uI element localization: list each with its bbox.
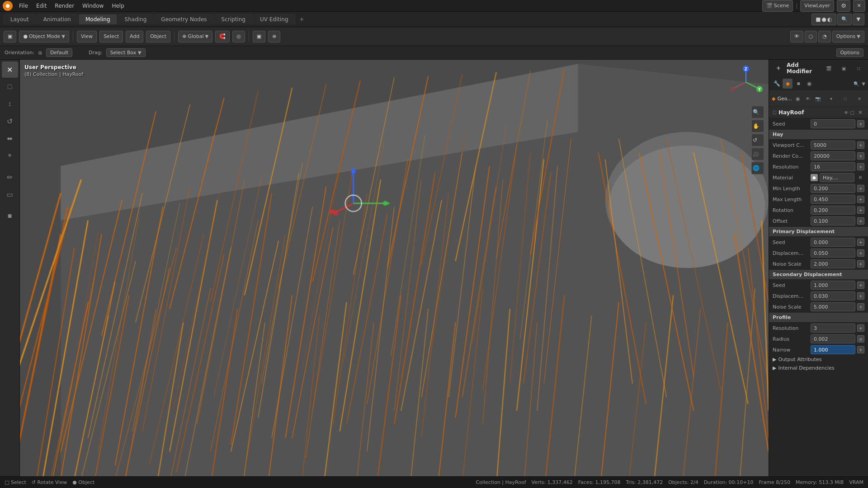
resolution-value[interactable]: 16 bbox=[811, 162, 855, 171]
view-menu-btn[interactable]: View bbox=[77, 31, 97, 42]
shading-material-icon[interactable]: ● bbox=[822, 16, 826, 23]
secondary-seed-add[interactable]: + bbox=[857, 282, 864, 289]
gizmo-btn[interactable]: ⊕ bbox=[268, 31, 280, 42]
cursor-tool[interactable]: ✕ bbox=[2, 61, 18, 78]
max-length-add[interactable]: + bbox=[857, 196, 864, 203]
primary-disp-value[interactable]: 0.050 bbox=[811, 249, 855, 258]
primary-noise-add[interactable]: + bbox=[857, 260, 864, 267]
profile-resolution-value[interactable]: 3 bbox=[811, 324, 855, 333]
modifier-visibility-icon[interactable]: 👁 bbox=[844, 110, 849, 115]
viewport-shading-btns[interactable]: ■ ● ◐ bbox=[811, 14, 836, 25]
scene-props-btn[interactable]: 🎬 bbox=[822, 61, 835, 75]
secondary-noise-add[interactable]: + bbox=[857, 303, 864, 310]
menu-window[interactable]: Window bbox=[79, 2, 107, 10]
secondary-disp-add[interactable]: + bbox=[857, 292, 864, 300]
search-btn[interactable]: 🔍 bbox=[837, 14, 852, 25]
viewport-count-add[interactable]: + bbox=[857, 141, 864, 149]
render-count-add[interactable]: + bbox=[857, 152, 864, 160]
world-view-btn[interactable]: 🌐 bbox=[751, 162, 764, 174]
snap-btn[interactable]: 🧲 bbox=[215, 31, 230, 42]
secondary-noise-value[interactable]: 5.000 bbox=[811, 302, 855, 311]
modifier-expand-btn[interactable]: ▾ bbox=[825, 92, 837, 105]
editor-type-btn[interactable]: ▣ bbox=[4, 31, 16, 42]
overlay-visibility-btn[interactable]: ○ bbox=[805, 31, 817, 42]
filter-icon[interactable]: ▼ bbox=[862, 81, 865, 86]
properties-scroll[interactable]: Seed 0 + Hay Viewport C... 5000 + Render… bbox=[769, 118, 868, 476]
proportional-btn[interactable]: ◎ bbox=[232, 31, 245, 42]
material-name-field[interactable]: Hay.... bbox=[820, 173, 854, 182]
select-tool[interactable]: □ bbox=[2, 79, 18, 95]
pan-btn[interactable]: ✋ bbox=[751, 120, 764, 132]
render-settings-btn[interactable]: ⚙ bbox=[837, 0, 850, 12]
menu-help[interactable]: Help bbox=[108, 2, 127, 10]
menu-file[interactable]: File bbox=[15, 2, 32, 10]
close-btn[interactable]: ✕ bbox=[853, 0, 865, 12]
modifier-checkbox[interactable]: ☐ bbox=[773, 110, 777, 115]
select-menu-btn[interactable]: Select bbox=[99, 31, 123, 42]
profile-resolution-add[interactable]: + bbox=[857, 324, 864, 332]
tab-animation[interactable]: Animation bbox=[37, 14, 78, 24]
resolution-add[interactable]: + bbox=[857, 163, 864, 170]
tab-particles[interactable]: ◆ bbox=[783, 79, 793, 89]
navigation-gizmo[interactable]: Z Y bbox=[728, 64, 764, 100]
internal-dependencies-section[interactable]: ▶ Internal Dependencies bbox=[769, 364, 868, 372]
mod-view-tab3[interactable]: 📷 bbox=[814, 94, 822, 103]
overlay-btn[interactable]: ▣ bbox=[253, 31, 265, 42]
primary-noise-value[interactable]: 2.000 bbox=[811, 259, 855, 268]
offset-value[interactable]: 0.100 bbox=[811, 216, 855, 225]
tab-physics[interactable]: ■ bbox=[793, 79, 803, 89]
search-icon[interactable]: 🔍 bbox=[854, 81, 859, 86]
add-workspace-tab[interactable]: + bbox=[296, 15, 308, 23]
mod-view-tab2[interactable]: 👁 bbox=[804, 94, 812, 103]
output-props-btn[interactable]: □ bbox=[852, 61, 865, 75]
material-clear-btn[interactable]: ✕ bbox=[856, 174, 864, 182]
modifier-close-btn[interactable]: ✕ bbox=[853, 92, 865, 105]
modifier-copy-btn[interactable]: □ bbox=[839, 92, 851, 105]
shading-solid-icon[interactable]: ■ bbox=[816, 16, 821, 23]
modifier-render-icon[interactable]: □ bbox=[850, 110, 854, 115]
add-modifier-header-btn[interactable]: + bbox=[772, 61, 785, 75]
shading-mode-btn[interactable]: ◔ bbox=[818, 31, 831, 42]
shading-render-icon[interactable]: ◐ bbox=[827, 16, 832, 23]
add-menu-btn[interactable]: Add bbox=[126, 31, 143, 42]
transform-tool[interactable]: ⌖ bbox=[2, 147, 18, 164]
zoom-camera-btn[interactable]: 🔍 bbox=[751, 106, 764, 118]
tab-scripting[interactable]: Scripting bbox=[215, 14, 252, 24]
offset-add[interactable]: + bbox=[857, 217, 864, 225]
orbit-btn[interactable]: ↺ bbox=[751, 134, 764, 146]
orientation-dropdown[interactable]: Default bbox=[46, 48, 72, 57]
options-btn[interactable]: Options ▼ bbox=[832, 31, 864, 42]
material-swatch[interactable]: ● bbox=[811, 174, 818, 181]
primary-disp-add[interactable]: + bbox=[857, 249, 864, 257]
tab-uv-editing[interactable]: UV Editing bbox=[253, 14, 295, 24]
tab-geometry-nodes[interactable]: Geometry Nodes bbox=[154, 14, 213, 24]
tab-constraints[interactable]: ◉ bbox=[804, 79, 814, 89]
menu-render[interactable]: Render bbox=[51, 2, 78, 10]
render-props-btn[interactable]: ▣ bbox=[837, 61, 850, 75]
secondary-disp-value[interactable]: 0.030 bbox=[811, 291, 855, 300]
profile-narrow-value[interactable]: 1.000 bbox=[811, 345, 855, 354]
add-cube-tool[interactable]: ■ bbox=[2, 208, 18, 224]
max-length-value[interactable]: 0.450 bbox=[811, 195, 855, 204]
move-tool[interactable]: ↕ bbox=[2, 96, 18, 112]
secondary-seed-value[interactable]: 1.000 bbox=[811, 281, 855, 290]
menu-edit[interactable]: Edit bbox=[33, 2, 50, 10]
profile-narrow-add[interactable]: + bbox=[857, 346, 864, 353]
viewport-count-value[interactable]: 5000 bbox=[811, 141, 855, 150]
rotation-value[interactable]: 0.200 bbox=[811, 206, 855, 215]
tab-layout[interactable]: Layout bbox=[4, 14, 36, 24]
rotate-tool[interactable]: ↺ bbox=[2, 113, 18, 129]
primary-seed-add[interactable]: + bbox=[857, 239, 864, 246]
profile-radius-value[interactable]: 0.002 bbox=[811, 334, 855, 343]
tab-wrench[interactable]: 🔧 bbox=[772, 79, 782, 89]
object-menu-btn[interactable]: Object bbox=[146, 31, 170, 42]
object-mode-btn[interactable]: ● Object Mode ▼ bbox=[19, 31, 69, 42]
output-attributes-section[interactable]: ▶ Output Attributes bbox=[769, 355, 868, 364]
top-seed-value[interactable]: 0 bbox=[811, 119, 855, 128]
min-length-value[interactable]: 0.200 bbox=[811, 184, 855, 193]
annotate-tool[interactable]: ✏ bbox=[2, 169, 18, 185]
rotation-add[interactable]: + bbox=[857, 206, 864, 214]
min-length-add[interactable]: + bbox=[857, 185, 864, 192]
camera-view-btn[interactable]: 🎥 bbox=[751, 148, 764, 160]
measure-tool[interactable]: ▭ bbox=[2, 186, 18, 202]
